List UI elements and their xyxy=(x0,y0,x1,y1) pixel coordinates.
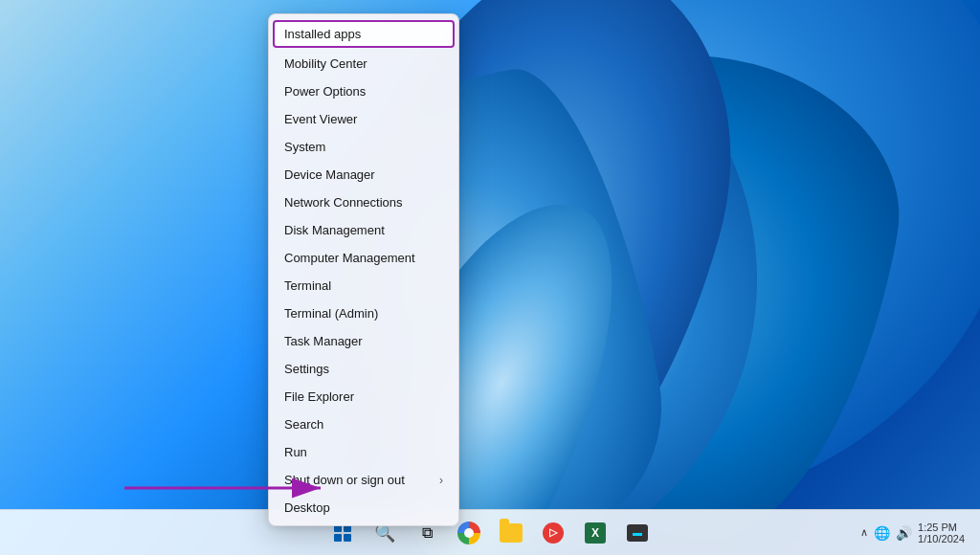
monitor-icon: ▬ xyxy=(627,524,648,542)
menu-item-disk-management[interactable]: Disk Management xyxy=(269,216,458,244)
menu-item-installed-apps[interactable]: Installed apps xyxy=(273,20,455,48)
menu-item-label-power-options: Power Options xyxy=(284,84,366,99)
menu-item-label-search: Search xyxy=(284,417,323,432)
menu-item-label-installed-apps: Installed apps xyxy=(284,27,361,41)
menu-item-label-network-connections: Network Connections xyxy=(284,195,403,210)
menu-item-label-task-manager: Task Manager xyxy=(284,334,363,348)
menu-item-device-manager[interactable]: Device Manager xyxy=(269,161,458,189)
menu-item-computer-management[interactable]: Computer Management xyxy=(269,244,458,272)
menu-item-event-viewer[interactable]: Event Viewer xyxy=(269,105,458,133)
menu-item-task-manager[interactable]: Task Manager xyxy=(269,327,458,355)
taskbar-cortana-button[interactable]: ▷ xyxy=(534,514,572,552)
folder-icon xyxy=(500,523,523,543)
sound-icon: 🔊 xyxy=(896,525,912,541)
menu-item-label-run: Run xyxy=(284,445,307,459)
menu-item-label-terminal-admin: Terminal (Admin) xyxy=(284,306,378,321)
menu-item-label-computer-management: Computer Management xyxy=(284,251,415,265)
cortana-icon: ▷ xyxy=(543,522,564,544)
chevron-icon: ∧ xyxy=(860,526,868,539)
menu-item-search[interactable]: Search xyxy=(269,411,458,438)
menu-item-settings[interactable]: Settings xyxy=(269,355,458,383)
menu-item-mobility-center[interactable]: Mobility Center xyxy=(269,50,458,78)
menu-item-label-mobility-center: Mobility Center xyxy=(284,56,368,71)
menu-item-label-disk-management: Disk Management xyxy=(284,223,385,237)
clock: 1:25 PM1/10/2024 xyxy=(918,522,965,544)
menu-item-label-system: System xyxy=(284,140,325,154)
menu-item-power-options[interactable]: Power Options xyxy=(269,78,458,105)
menu-item-network-connections[interactable]: Network Connections xyxy=(269,189,458,216)
taskbar-excel-button[interactable]: X xyxy=(576,514,614,552)
taskbar-right: ∧ 🌐 🔊 1:25 PM1/10/2024 xyxy=(853,518,980,548)
taskview-icon: ⧉ xyxy=(422,524,433,542)
windows-logo-icon xyxy=(334,524,351,542)
menu-item-run[interactable]: Run xyxy=(269,438,458,466)
desktop: Installed appsMobility CenterPower Optio… xyxy=(0,0,980,555)
menu-item-terminal[interactable]: Terminal xyxy=(269,272,458,300)
menu-item-terminal-admin[interactable]: Terminal (Admin) xyxy=(269,300,458,327)
menu-item-label-terminal: Terminal xyxy=(284,278,331,293)
excel-icon: X xyxy=(585,522,606,544)
menu-item-system[interactable]: System xyxy=(269,133,458,161)
menu-item-label-event-viewer: Event Viewer xyxy=(284,112,357,126)
taskbar-fileexplorer-button[interactable] xyxy=(492,514,530,552)
chrome-icon xyxy=(457,522,480,544)
annotation-arrow xyxy=(124,469,335,507)
context-menu: Installed appsMobility CenterPower Optio… xyxy=(268,13,459,526)
submenu-arrow-icon: › xyxy=(439,474,443,487)
network-icon: 🌐 xyxy=(874,525,890,541)
menu-item-label-settings: Settings xyxy=(284,362,329,376)
system-tray[interactable]: ∧ 🌐 🔊 1:25 PM1/10/2024 xyxy=(853,518,972,548)
taskbar: 🔍 ⧉ ▷ X ▬ xyxy=(0,509,980,555)
menu-item-label-file-explorer: File Explorer xyxy=(284,389,354,404)
menu-item-label-device-manager: Device Manager xyxy=(284,167,375,182)
menu-item-file-explorer[interactable]: File Explorer xyxy=(269,383,458,411)
taskbar-monitor-button[interactable]: ▬ xyxy=(618,514,657,552)
